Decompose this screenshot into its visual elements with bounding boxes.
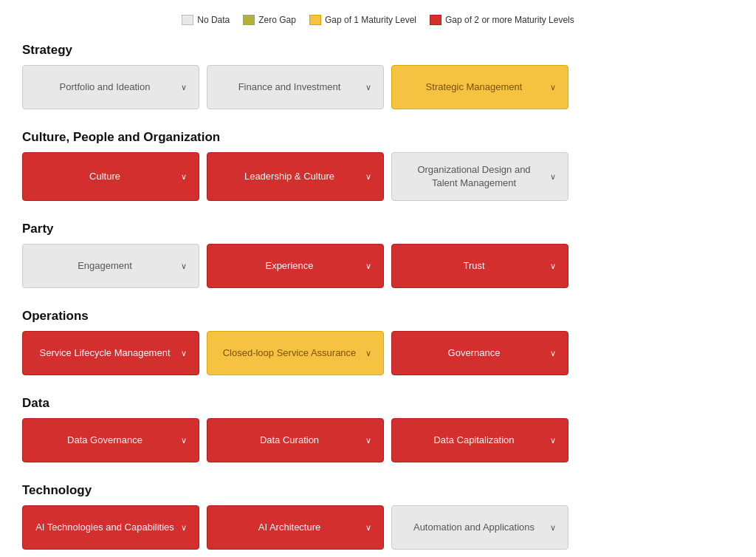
section-party: PartyEngagement∨Experience∨Trust∨: [22, 222, 734, 288]
section-title-strategy: Strategy: [22, 43, 734, 58]
card-automation-apps[interactable]: Automation and Applications∨: [391, 505, 568, 550]
card-strategic-management[interactable]: Strategic Management∨: [391, 65, 568, 109]
chevron-icon-leadership-culture: ∨: [365, 172, 371, 182]
card-data-capitalization[interactable]: Data Capitalization∨: [391, 418, 568, 462]
cards-row-strategy: Portfolio and Ideation∨Finance and Inves…: [22, 65, 734, 109]
section-technology: TechnologyAI Technologies and Capabiliti…: [22, 483, 734, 550]
card-label-experience: Experience: [219, 259, 360, 273]
legend: No DataZero GapGap of 1 Maturity LevelGa…: [22, 15, 734, 25]
cards-row-technology: AI Technologies and Capabilities∨AI Arch…: [22, 505, 734, 550]
card-label-data-governance: Data Governance: [35, 434, 175, 447]
chevron-icon-data-capitalization: ∨: [550, 436, 556, 445]
card-closed-loop-service[interactable]: Closed-loop Service Assurance∨: [207, 331, 384, 375]
legend-swatch-zerogap: [243, 15, 255, 25]
section-strategy: StrategyPortfolio and Ideation∨Finance a…: [22, 43, 734, 109]
section-data: DataData Governance∨Data Curation∨Data C…: [22, 396, 734, 462]
legend-label-nodata: No Data: [197, 15, 230, 25]
card-ai-technologies[interactable]: AI Technologies and Capabilities∨: [22, 505, 199, 550]
card-data-governance[interactable]: Data Governance∨: [22, 418, 199, 462]
section-title-data: Data: [22, 396, 734, 411]
chevron-icon-org-design-talent: ∨: [550, 172, 556, 182]
chevron-icon-finance-investment: ∨: [365, 83, 371, 92]
chevron-icon-data-governance: ∨: [181, 436, 187, 445]
card-label-culture: Culture: [35, 170, 175, 183]
card-label-ai-technologies: AI Technologies and Capabilities: [35, 521, 175, 534]
card-label-data-capitalization: Data Capitalization: [404, 434, 544, 447]
cards-row-culture-people-org: Culture∨Leadership & Culture∨Organizatio…: [22, 152, 734, 201]
chevron-icon-strategic-management: ∨: [550, 83, 556, 92]
chevron-icon-governance: ∨: [550, 349, 556, 358]
legend-swatch-nodata: [182, 15, 193, 25]
legend-label-gap2: Gap of 2 or more Maturity Levels: [445, 15, 574, 25]
section-operations: OperationsService Lifecycle Management∨C…: [22, 309, 734, 375]
chevron-icon-portfolio-ideation: ∨: [181, 83, 187, 92]
cards-row-data: Data Governance∨Data Curation∨Data Capit…: [22, 418, 734, 462]
chevron-icon-trust: ∨: [550, 262, 556, 271]
legend-swatch-gap1: [309, 15, 321, 25]
card-culture[interactable]: Culture∨: [22, 152, 199, 201]
card-governance[interactable]: Governance∨: [391, 331, 568, 375]
legend-item-gap2: Gap of 2 or more Maturity Levels: [430, 15, 574, 25]
card-label-trust: Trust: [404, 259, 544, 273]
card-experience[interactable]: Experience∨: [207, 244, 384, 288]
chevron-icon-experience: ∨: [365, 262, 371, 271]
card-leadership-culture[interactable]: Leadership & Culture∨: [207, 152, 384, 201]
card-portfolio-ideation[interactable]: Portfolio and Ideation∨: [22, 65, 199, 109]
card-label-strategic-management: Strategic Management: [404, 81, 544, 94]
legend-label-gap1: Gap of 1 Maturity Level: [325, 15, 416, 25]
section-title-culture-people-org: Culture, People and Organization: [22, 130, 734, 145]
card-label-ai-architecture: AI Architecture: [219, 521, 360, 534]
card-label-leadership-culture: Leadership & Culture: [219, 170, 360, 183]
legend-item-gap1: Gap of 1 Maturity Level: [309, 15, 416, 25]
card-label-closed-loop-service: Closed-loop Service Assurance: [219, 346, 360, 360]
card-service-lifecycle[interactable]: Service Lifecycle Management∨: [22, 331, 199, 375]
card-label-service-lifecycle: Service Lifecycle Management: [35, 346, 175, 360]
legend-item-nodata: No Data: [182, 15, 230, 25]
section-title-technology: Technology: [22, 483, 734, 498]
chevron-icon-ai-technologies: ∨: [181, 523, 187, 533]
legend-item-zerogap: Zero Gap: [243, 15, 296, 25]
legend-swatch-gap2: [430, 15, 441, 25]
sections-container: StrategyPortfolio and Ideation∨Finance a…: [22, 43, 734, 550]
card-label-governance: Governance: [404, 346, 544, 360]
card-data-curation[interactable]: Data Curation∨: [207, 418, 384, 462]
chevron-icon-ai-architecture: ∨: [365, 523, 371, 533]
cards-row-party: Engagement∨Experience∨Trust∨: [22, 244, 734, 288]
card-ai-architecture[interactable]: AI Architecture∨: [207, 505, 384, 550]
card-trust[interactable]: Trust∨: [391, 244, 568, 288]
section-title-operations: Operations: [22, 309, 734, 324]
chevron-icon-service-lifecycle: ∨: [181, 349, 187, 358]
section-title-party: Party: [22, 222, 734, 236]
card-finance-investment[interactable]: Finance and Investment∨: [207, 65, 384, 109]
chevron-icon-automation-apps: ∨: [550, 523, 556, 533]
section-culture-people-org: Culture, People and OrganizationCulture∨…: [22, 130, 734, 201]
cards-row-operations: Service Lifecycle Management∨Closed-loop…: [22, 331, 734, 375]
chevron-icon-culture: ∨: [181, 172, 187, 182]
card-org-design-talent[interactable]: Organizational Design and Talent Managem…: [391, 152, 568, 201]
chevron-icon-engagement: ∨: [181, 262, 187, 271]
legend-label-zerogap: Zero Gap: [258, 15, 296, 25]
card-label-portfolio-ideation: Portfolio and Ideation: [35, 81, 175, 94]
card-label-engagement: Engagement: [35, 259, 175, 273]
card-engagement[interactable]: Engagement∨: [22, 244, 199, 288]
card-label-data-curation: Data Curation: [219, 434, 360, 447]
card-label-org-design-talent: Organizational Design and Talent Managem…: [404, 163, 544, 190]
card-label-finance-investment: Finance and Investment: [219, 81, 360, 94]
card-label-automation-apps: Automation and Applications: [404, 521, 544, 534]
chevron-icon-closed-loop-service: ∨: [365, 349, 371, 358]
chevron-icon-data-curation: ∨: [365, 436, 371, 445]
